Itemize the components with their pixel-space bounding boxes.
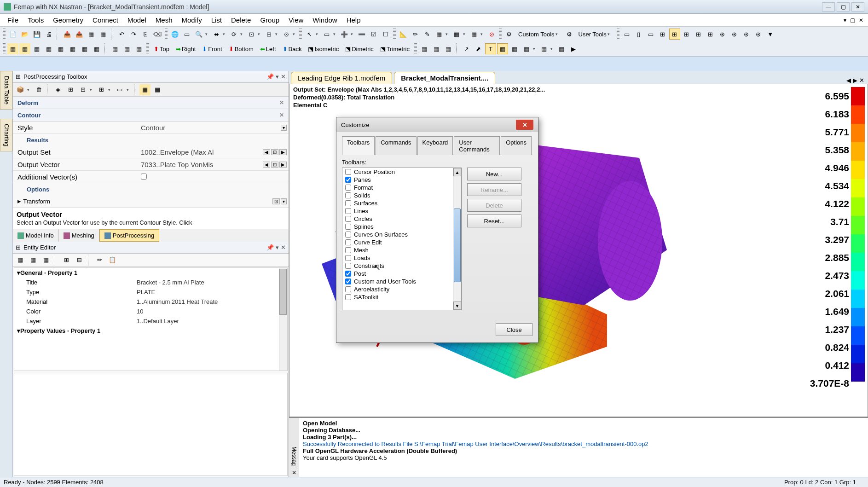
pp8-icon[interactable]: ▦ bbox=[509, 43, 520, 54]
tbx7-icon[interactable]: ▭ bbox=[114, 84, 125, 95]
p2-icon[interactable]: ▦ bbox=[19, 43, 30, 54]
doc-tab-active[interactable]: Bracket_ModalTransient.... bbox=[394, 72, 495, 84]
rename-button[interactable]: Rename... bbox=[467, 183, 521, 196]
pp11-icon[interactable]: ▦ bbox=[556, 43, 567, 54]
close-button[interactable]: ✕ bbox=[851, 2, 864, 12]
menu-close-button[interactable]: ✕ bbox=[857, 15, 865, 25]
property-row[interactable]: Material1..Aluminum 2011 Heat Treate bbox=[14, 297, 287, 307]
menu-model[interactable]: Model bbox=[123, 14, 151, 26]
toolbar-list-item[interactable]: Panes bbox=[342, 176, 461, 184]
et6-icon[interactable]: ✏ bbox=[94, 255, 105, 266]
dropdown-icon[interactable]: ▾ bbox=[276, 73, 279, 80]
vs7-icon[interactable]: ⊞ bbox=[693, 29, 704, 40]
maximize-button[interactable]: ▢ bbox=[837, 2, 850, 12]
view-dim-button[interactable]: ⬔Dimetric bbox=[342, 45, 376, 53]
toolbar-grip[interactable] bbox=[617, 29, 619, 40]
pin-icon[interactable]: 📌 bbox=[266, 244, 274, 251]
additional-vectors-row[interactable]: Additional Vector(s) bbox=[13, 171, 289, 183]
menu-geometry[interactable]: Geometry bbox=[48, 14, 88, 26]
open-icon[interactable]: 📂 bbox=[19, 29, 30, 40]
p9-icon[interactable]: ▦ bbox=[110, 43, 121, 54]
scroll-up-icon[interactable]: ▲ bbox=[453, 168, 461, 176]
toolbar-checkbox[interactable] bbox=[345, 294, 351, 300]
toolbar-list-item[interactable]: Lines bbox=[342, 207, 461, 215]
dialog-titlebar[interactable]: Customize ✕ bbox=[336, 117, 538, 132]
select-box-icon[interactable]: ▭ bbox=[321, 29, 332, 40]
additional-vectors-check[interactable] bbox=[141, 174, 147, 180]
toolbar-list-item[interactable]: Cursor Position bbox=[342, 168, 461, 176]
toolbar-list-item[interactable]: Circles bbox=[342, 215, 461, 223]
cancel-icon[interactable]: ⊘ bbox=[486, 29, 497, 40]
vs4-icon[interactable]: ⊞ bbox=[657, 29, 668, 40]
toolbar-list-item[interactable]: Curve Edit bbox=[342, 238, 461, 246]
p11-icon[interactable]: ▦ bbox=[133, 43, 145, 54]
view-back-button[interactable]: ⬆Back bbox=[280, 45, 305, 53]
tab-options[interactable]: Options bbox=[501, 136, 532, 155]
general-group[interactable]: ▾ General - Property 1 bbox=[14, 268, 287, 278]
scroll-thumb[interactable] bbox=[454, 209, 461, 282]
tbx5-icon[interactable]: ⊟ bbox=[77, 84, 88, 95]
et3-icon[interactable]: ▦ bbox=[41, 255, 52, 266]
dropdown-icon[interactable]: ▾ bbox=[281, 125, 287, 131]
pp5-icon[interactable]: ⬈ bbox=[473, 43, 484, 54]
select-sub-icon[interactable]: ➖ bbox=[356, 29, 367, 40]
user-tools-button[interactable]: User Tools ▾ bbox=[576, 30, 615, 39]
view-left-button[interactable]: ⬅Left bbox=[257, 45, 279, 53]
close-button[interactable]: Close bbox=[496, 323, 532, 336]
tab-close-icon[interactable]: ✕ bbox=[859, 77, 864, 84]
toolbar-grip[interactable] bbox=[499, 29, 502, 40]
n2-icon[interactable]: ✏ bbox=[410, 29, 421, 40]
globe-icon[interactable]: 🌐 bbox=[169, 29, 180, 40]
et2-icon[interactable]: ▦ bbox=[28, 255, 39, 266]
output-vector-row[interactable]: Output Vector 7033..Plate Top VonMis ◀⊡▶ bbox=[13, 158, 289, 171]
minimize-button[interactable]: — bbox=[822, 2, 835, 12]
deform-section[interactable]: Deform✕ bbox=[13, 97, 289, 109]
toolbar-list-item[interactable]: Splines bbox=[342, 223, 461, 231]
toolbar-list-item[interactable]: Mesh bbox=[342, 246, 461, 254]
propvals-group[interactable]: ▾ Property Values - Property 1 bbox=[14, 326, 287, 336]
tab-toolbars[interactable]: Toolbars bbox=[342, 136, 375, 155]
tbx1-icon[interactable]: 📦 bbox=[15, 84, 26, 95]
property-row[interactable]: Color10 bbox=[14, 307, 287, 316]
fit-icon[interactable]: ⊡ bbox=[246, 29, 257, 40]
toolbar-checkbox[interactable] bbox=[345, 185, 351, 191]
n3-icon[interactable]: ✎ bbox=[422, 29, 433, 40]
pp3-icon[interactable]: ▦ bbox=[443, 43, 454, 54]
toolbar-checkbox[interactable] bbox=[345, 239, 351, 245]
output-set-row[interactable]: Output Set 1002..Envelope (Max Al ◀⊡▶ bbox=[13, 146, 289, 158]
menu-collapse-button[interactable]: ▾ bbox=[842, 15, 848, 25]
toolbar-grip[interactable] bbox=[393, 29, 396, 40]
toolbar-list-item[interactable]: Constraints bbox=[342, 262, 461, 270]
toolbar-checkbox[interactable] bbox=[345, 263, 351, 269]
tb-icon-7[interactable]: ▦ bbox=[86, 29, 97, 40]
contour-section[interactable]: Contour✕ bbox=[13, 109, 289, 122]
doc-tab-other[interactable]: Leading Edge Rib 1.modfem bbox=[291, 72, 392, 84]
p6-icon[interactable]: ▦ bbox=[67, 43, 78, 54]
vs11-icon[interactable]: ⊛ bbox=[741, 29, 752, 40]
custom-tools-button[interactable]: Custom Tools ▾ bbox=[515, 30, 563, 39]
et1-icon[interactable]: ▦ bbox=[15, 255, 26, 266]
toolbar-checkbox[interactable] bbox=[345, 177, 351, 183]
tools-gear-icon[interactable]: ⚙ bbox=[503, 29, 515, 40]
vs9-icon[interactable]: ⊛ bbox=[717, 29, 728, 40]
scrollbar[interactable] bbox=[279, 268, 287, 371]
zoom-icon[interactable]: 🔍 bbox=[193, 29, 204, 40]
prev-icon[interactable]: ◀ bbox=[263, 149, 270, 155]
toolbar-grip[interactable] bbox=[299, 29, 302, 40]
prev-icon[interactable]: ◀ bbox=[263, 162, 270, 168]
toolbar-list-item[interactable]: Format bbox=[342, 184, 461, 191]
user-gear-icon[interactable]: ⚙ bbox=[564, 29, 575, 40]
vs2-icon[interactable]: ▯ bbox=[633, 29, 644, 40]
pick-icon[interactable]: ⊡ bbox=[271, 162, 278, 168]
vs8-icon[interactable]: ⊞ bbox=[705, 29, 716, 40]
toolbar-grip[interactable] bbox=[146, 43, 149, 54]
vs3-icon[interactable]: ▭ bbox=[645, 29, 656, 40]
reset-button[interactable]: Reset... bbox=[467, 215, 521, 227]
et5-icon[interactable]: ⊟ bbox=[74, 255, 85, 266]
tb-icon-12[interactable]: ⌫ bbox=[152, 29, 163, 40]
dropdown-icon[interactable]: ▾ bbox=[281, 198, 287, 204]
center-icon[interactable]: ⊙ bbox=[281, 29, 292, 40]
toolbar-list-item[interactable]: Solids bbox=[342, 191, 461, 199]
style-row[interactable]: Style Contour ▾ bbox=[13, 122, 289, 134]
next-icon[interactable]: ▶ bbox=[279, 162, 287, 168]
